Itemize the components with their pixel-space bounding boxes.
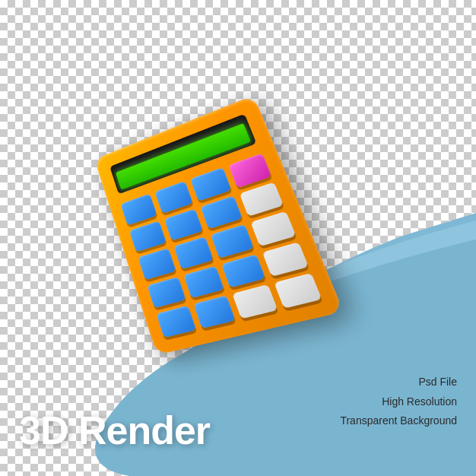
calc-btn-14 xyxy=(193,296,236,329)
calc-btn-w4 xyxy=(233,284,278,319)
calc-btn-2 xyxy=(154,181,193,214)
calc-btn-3 xyxy=(190,167,231,201)
info-line-1: Psd File xyxy=(340,373,457,392)
calc-btn-11 xyxy=(183,265,224,298)
calc-btn-8 xyxy=(173,236,214,269)
calc-btn-4 xyxy=(129,221,167,252)
calc-btn-5 xyxy=(163,208,203,241)
main-title-area: 3D Render xyxy=(19,408,210,453)
calc-btn-1 xyxy=(121,194,157,226)
info-line-3: Transparent Background xyxy=(340,411,457,430)
calc-btn-7 xyxy=(138,248,176,280)
calc-btn-w3 xyxy=(262,242,309,277)
calc-btn-6 xyxy=(201,195,243,230)
calc-btn-13 xyxy=(157,306,196,338)
main-title: 3D Render xyxy=(19,408,210,453)
main-container: 3D Render Psd File High Resolution Trans… xyxy=(0,0,476,476)
calc-btn-10 xyxy=(147,277,186,309)
calc-btn-w5 xyxy=(274,273,322,309)
calc-btn-12 xyxy=(221,254,265,288)
info-area: Psd File High Resolution Transparent Bac… xyxy=(340,373,457,430)
calc-btn-w1 xyxy=(239,182,284,217)
calc-btn-pink xyxy=(228,153,271,188)
info-line-2: High Resolution xyxy=(340,392,457,411)
calc-btn-9 xyxy=(211,224,253,259)
calc-btn-w2 xyxy=(250,211,296,246)
